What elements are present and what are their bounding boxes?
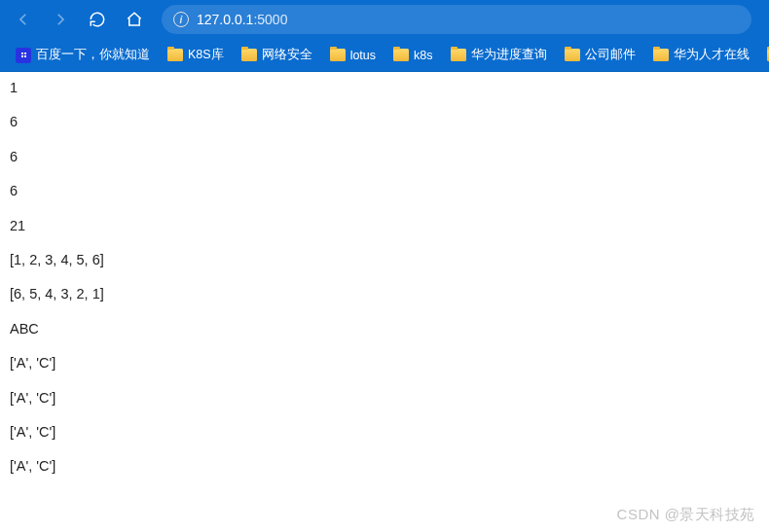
output-line: ['A', 'C'] bbox=[10, 355, 759, 372]
address-bar[interactable]: i 127.0.0.1:5000 bbox=[162, 5, 751, 34]
bookmark-huawei-talent[interactable]: 华为人才在线 bbox=[645, 43, 757, 67]
baidu-icon bbox=[16, 48, 31, 63]
refresh-icon bbox=[89, 11, 106, 28]
refresh-button[interactable] bbox=[82, 4, 113, 35]
bookmark-label: 网络安全 bbox=[262, 47, 312, 63]
forward-icon bbox=[52, 11, 69, 28]
address-port: :5000 bbox=[253, 12, 287, 27]
home-icon bbox=[126, 11, 143, 28]
output-line: ['A', 'C'] bbox=[10, 390, 759, 407]
folder-icon bbox=[451, 49, 466, 61]
bookmark-label: K8S库 bbox=[188, 47, 224, 63]
page-content: 1 6 6 6 21 [1, 2, 3, 4, 5, 6] [6, 5, 4, … bbox=[0, 72, 769, 501]
output-line: ['A', 'C'] bbox=[10, 458, 759, 475]
folder-icon bbox=[167, 49, 183, 61]
bookmark-label: 公司邮件 bbox=[585, 47, 636, 63]
output-line: ABC bbox=[10, 321, 759, 337]
bookmark-label: k8s bbox=[414, 49, 432, 62]
bookmark-lotus[interactable]: lotus bbox=[322, 45, 384, 66]
folder-icon bbox=[393, 49, 409, 61]
output-line: [1, 2, 3, 4, 5, 6] bbox=[10, 252, 759, 268]
bookmark-huawei-progress[interactable]: 华为进度查询 bbox=[443, 43, 555, 67]
output-line: ['A', 'C'] bbox=[10, 424, 759, 441]
bookmark-label: 华为进度查询 bbox=[471, 47, 547, 63]
output-line: 1 bbox=[10, 80, 759, 96]
bookmark-netsec[interactable]: 网络安全 bbox=[234, 43, 320, 67]
bookmark-company-mail[interactable]: 公司邮件 bbox=[557, 43, 643, 67]
bookmark-label: 华为人才在线 bbox=[674, 47, 750, 63]
info-icon: i bbox=[173, 12, 189, 27]
folder-icon bbox=[565, 49, 580, 61]
bookmark-chang[interactable]: 常 bbox=[759, 43, 770, 67]
home-button[interactable] bbox=[119, 4, 150, 35]
forward-button[interactable] bbox=[45, 4, 76, 35]
folder-icon bbox=[653, 49, 669, 61]
bookmark-k8s[interactable]: k8s bbox=[385, 45, 440, 66]
back-button[interactable] bbox=[8, 4, 39, 35]
bookmarks-bar: 百度一下，你就知道 K8S库 网络安全 lotus k8s 华为进度查询 公司邮… bbox=[0, 39, 769, 72]
output-line: 6 bbox=[10, 149, 759, 165]
address-host: 127.0.0.1 bbox=[197, 12, 253, 27]
output-line: 6 bbox=[10, 183, 759, 199]
watermark: CSDN @景天科技苑 bbox=[617, 506, 755, 524]
output-line: [6, 5, 4, 3, 2, 1] bbox=[10, 286, 759, 302]
output-line: 21 bbox=[10, 218, 759, 234]
bookmark-k8s-lib[interactable]: K8S库 bbox=[160, 43, 232, 67]
browser-toolbar: i 127.0.0.1:5000 bbox=[0, 0, 769, 39]
folder-icon bbox=[330, 49, 346, 61]
folder-icon bbox=[241, 49, 257, 61]
output-line: 6 bbox=[10, 114, 759, 130]
bookmark-label: lotus bbox=[350, 49, 376, 62]
address-text: 127.0.0.1:5000 bbox=[197, 12, 287, 27]
back-icon bbox=[15, 11, 32, 28]
bookmark-label: 百度一下，你就知道 bbox=[36, 47, 150, 63]
bookmark-baidu[interactable]: 百度一下，你就知道 bbox=[8, 43, 158, 67]
